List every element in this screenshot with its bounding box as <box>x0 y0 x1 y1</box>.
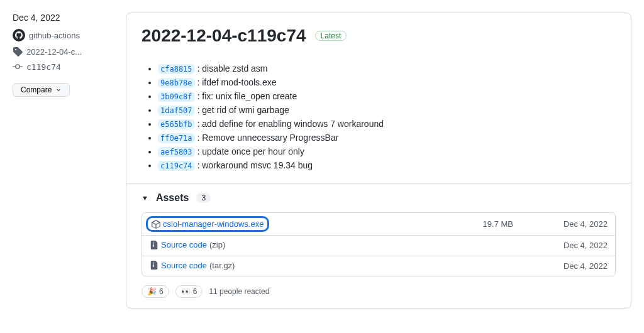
release-commit-row[interactable]: c119c74 <box>13 62 116 72</box>
commit-item: c119c74 : workaround msvc 19.34 bug <box>158 160 616 170</box>
reaction-count: 6 <box>159 287 164 296</box>
file-zip-icon <box>150 261 158 270</box>
release-actor-row[interactable]: github-actions <box>13 29 116 41</box>
commit-sha[interactable]: 3b09c8f <box>158 92 195 102</box>
package-icon <box>152 220 160 229</box>
commit-sha[interactable]: 9e8b78e <box>158 78 195 88</box>
file-zip-icon <box>150 241 158 249</box>
asset-link[interactable]: Source code (zip) <box>150 240 225 251</box>
caret-down-icon: ▼ <box>142 194 148 202</box>
commit-sha[interactable]: aef5803 <box>158 147 195 157</box>
release-date: Dec 4, 2022 <box>13 13 116 23</box>
commit-item: e565bfb : add define for enabling window… <box>158 119 616 129</box>
commit-item: cfa8815 : disable zstd asm <box>158 63 616 74</box>
release-title[interactable]: 2022-12-04-c119c74 <box>142 26 306 46</box>
assets-count: 3 <box>196 193 211 203</box>
reaction-rocket[interactable]: 🎉 6 <box>142 285 169 298</box>
commit-icon <box>13 62 23 72</box>
commit-sha[interactable]: cfa8815 <box>158 64 195 74</box>
actor-avatar <box>13 29 25 41</box>
asset-size: 19.7 MB <box>483 219 551 229</box>
asset-date: Dec 4, 2022 <box>551 241 608 250</box>
commit-item: ff0e71a : Remove unnecessary ProgressBar <box>158 133 616 143</box>
assets-toggle[interactable]: ▼ Assets 3 <box>142 183 616 212</box>
tag-icon <box>13 46 23 57</box>
release-commit[interactable]: c119c74 <box>26 62 61 72</box>
eyes-icon: 👀 <box>181 287 191 296</box>
reactions-summary: 11 people reacted <box>209 287 269 296</box>
asset-row: Source code (zip)Dec 4, 2022 <box>142 236 615 256</box>
asset-date: Dec 4, 2022 <box>551 219 608 229</box>
commit-sha[interactable]: c119c74 <box>158 161 195 171</box>
release-main: 2022-12-04-c119c74 Latest cfa8815 : disa… <box>126 13 631 308</box>
commit-sha[interactable]: ff0e71a <box>158 133 195 143</box>
chevron-down-icon <box>55 87 62 93</box>
reaction-count: 6 <box>193 287 197 296</box>
rocket-icon: 🎉 <box>147 287 157 296</box>
reaction-eyes[interactable]: 👀 6 <box>175 285 203 298</box>
commit-item: aef5803 : update once per hour only <box>158 146 616 156</box>
compare-label: Compare <box>21 85 52 94</box>
commit-item: 3b09c8f : fix: unix file_open create <box>158 91 616 101</box>
asset-row: cslol-manager-windows.exe19.7 MBDec 4, 2… <box>142 213 615 236</box>
assets-list: cslol-manager-windows.exe19.7 MBDec 4, 2… <box>142 212 616 276</box>
asset-link[interactable]: Source code (tar.gz) <box>150 261 235 272</box>
reactions-bar: 🎉 6 👀 6 11 people reacted <box>142 276 616 298</box>
release-tag[interactable]: 2022-12-04-c... <box>26 47 82 57</box>
asset-link[interactable]: cslol-manager-windows.exe <box>150 217 265 231</box>
release-sidebar: Dec 4, 2022 github-actions 2022-12-04-c.… <box>13 13 126 308</box>
asset-date: Dec 4, 2022 <box>551 261 608 271</box>
assets-heading: Assets <box>156 192 189 204</box>
commit-sha[interactable]: 1daf507 <box>158 106 195 116</box>
actor-name[interactable]: github-actions <box>29 31 80 40</box>
commit-item: 1daf507 : get rid of wmi garbage <box>158 105 616 115</box>
asset-row: Source code (tar.gz)Dec 4, 2022 <box>142 256 615 276</box>
release-tag-row[interactable]: 2022-12-04-c... <box>13 46 116 57</box>
commit-sha[interactable]: e565bfb <box>158 119 195 129</box>
latest-badge: Latest <box>315 31 347 41</box>
compare-button[interactable]: Compare <box>13 83 70 97</box>
commit-item: 9e8b78e : ifdef mod-tools.exe <box>158 77 616 87</box>
commit-list: cfa8815 : disable zstd asm9e8b78e : ifde… <box>142 63 616 170</box>
